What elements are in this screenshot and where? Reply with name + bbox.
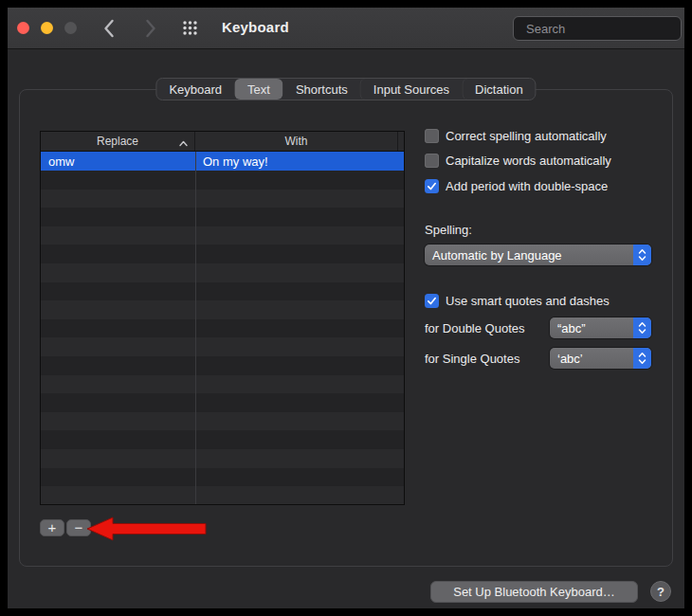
option-smart-quotes: Use smart quotes and dashes — [425, 294, 610, 308]
add-period-label: Add period with double-space — [446, 179, 608, 193]
table-body[interactable]: omw On my way! — [41, 152, 404, 504]
column-header-replace[interactable]: Replace — [41, 132, 195, 151]
zoom-button[interactable] — [64, 22, 77, 34]
popup-chevrons-icon — [633, 348, 651, 369]
chevron-right-icon — [143, 18, 158, 39]
column-header-scroller — [398, 132, 404, 151]
capitalize-words-label: Capitalize words automatically — [446, 154, 611, 168]
title-bar: Keyboard — [8, 8, 684, 49]
table-header: Replace With — [41, 132, 404, 152]
column-divider — [195, 152, 196, 504]
sort-ascending-icon — [179, 136, 188, 150]
smart-quotes-checkbox[interactable] — [425, 294, 439, 308]
spelling-popup-value: Automatic by Language — [425, 248, 633, 263]
tab-dictation[interactable]: Dictation — [462, 79, 536, 100]
tab-strip: Keyboard Text Shortcuts Input Sources Di… — [155, 78, 536, 100]
empty-rows-area — [41, 171, 404, 504]
minimize-button[interactable] — [41, 22, 53, 34]
option-correct-spelling: Correct spelling automatically — [425, 129, 607, 143]
single-quotes-popup-value: ‘abc’ — [550, 352, 633, 366]
column-header-replace-label: Replace — [97, 135, 138, 148]
option-capitalize-words: Capitalize words automatically — [425, 154, 611, 168]
column-header-with-label: With — [285, 135, 308, 148]
double-quotes-popup[interactable]: “abc” — [550, 317, 651, 338]
cell-with: On my way! — [195, 154, 268, 169]
correct-spelling-checkbox[interactable] — [425, 129, 439, 143]
capitalize-words-checkbox[interactable] — [425, 154, 439, 168]
chevron-left-icon — [101, 18, 117, 39]
window-title: Keyboard — [222, 19, 289, 35]
setup-bluetooth-keyboard-button[interactable]: Set Up Bluetooth Keyboard… — [430, 581, 638, 603]
option-add-period: Add period with double-space — [425, 179, 608, 193]
checkmark-icon — [427, 296, 437, 306]
traffic-lights — [17, 22, 77, 34]
double-quotes-label: for Double Quotes — [425, 321, 525, 335]
spelling-popup[interactable]: Automatic by Language — [425, 245, 651, 265]
smart-quotes-label: Use smart quotes and dashes — [446, 294, 610, 308]
tab-shortcuts[interactable]: Shortcuts — [282, 79, 360, 100]
cell-replace: omw — [41, 154, 195, 169]
table-row[interactable]: omw On my way! — [41, 152, 404, 171]
show-all-button[interactable] — [182, 20, 198, 40]
add-remove-control: + − — [40, 519, 91, 536]
checkmark-icon — [427, 181, 437, 191]
single-quotes-popup[interactable]: ‘abc’ — [550, 348, 651, 369]
double-quotes-popup-value: “abc” — [550, 321, 633, 335]
search-input[interactable] — [526, 22, 692, 36]
spelling-label: Spelling: — [425, 223, 472, 237]
popup-chevrons-icon — [633, 317, 651, 338]
tab-keyboard[interactable]: Keyboard — [156, 79, 234, 100]
back-button[interactable] — [97, 17, 121, 40]
text-replacements-table: Replace With omw On my way! — [40, 131, 405, 505]
remove-button[interactable]: − — [66, 519, 91, 536]
close-button[interactable] — [17, 22, 29, 34]
forward-button[interactable] — [138, 17, 163, 40]
add-period-checkbox[interactable] — [425, 179, 439, 193]
tab-input-sources[interactable]: Input Sources — [360, 79, 462, 100]
tab-text[interactable]: Text — [234, 79, 282, 100]
column-header-with[interactable]: With — [195, 132, 398, 151]
grid-icon — [182, 20, 198, 36]
single-quotes-label: for Single Quotes — [425, 352, 519, 366]
add-button[interactable]: + — [40, 519, 64, 536]
keyboard-preferences-window: Keyboard Keyboard Text Shortcuts Input S… — [8, 8, 684, 608]
help-button[interactable]: ? — [650, 581, 671, 602]
search-field[interactable] — [513, 16, 682, 41]
correct-spelling-label: Correct spelling automatically — [446, 129, 607, 143]
popup-chevrons-icon — [633, 245, 651, 265]
